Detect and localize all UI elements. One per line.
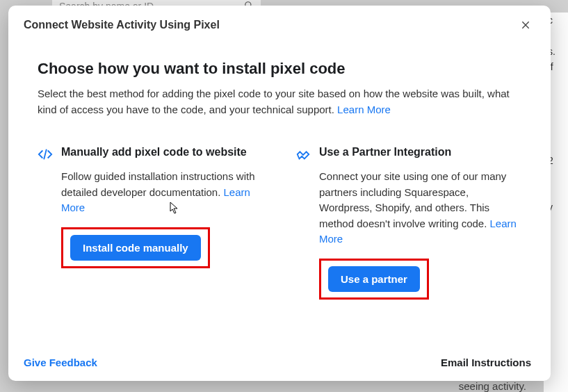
close-icon xyxy=(520,19,531,31)
email-instructions-button[interactable]: Email Instructions xyxy=(441,357,531,368)
learn-more-link-main[interactable]: Learn More xyxy=(337,104,391,115)
install-manually-button[interactable]: Install code manually xyxy=(70,235,201,261)
svg-line-4 xyxy=(44,149,47,160)
option-manual-desc: Follow guided installation instructions … xyxy=(61,169,263,216)
option-partner-header: Use a Partner Integration xyxy=(295,145,521,162)
option-manual-header: Manually add pixel code to website xyxy=(38,145,263,162)
give-feedback-link[interactable]: Give Feedback xyxy=(24,357,97,368)
close-button[interactable] xyxy=(516,15,535,35)
modal-body: Choose how you want to install pixel cod… xyxy=(8,39,551,347)
modal-title: Connect Website Activity Using Pixel xyxy=(24,19,220,31)
page-heading: Choose how you want to install pixel cod… xyxy=(38,60,521,78)
option-partner-desc-text: Connect your site using one of our many … xyxy=(319,170,506,229)
handshake-icon xyxy=(295,147,311,162)
page-subtext: Select the best method for adding the pi… xyxy=(38,86,521,117)
modal-footer: Give Feedback Email Instructions xyxy=(8,347,551,381)
modal-header: Connect Website Activity Using Pixel xyxy=(8,6,551,39)
install-options: Manually add pixel code to website Follo… xyxy=(38,145,521,300)
option-partner-title: Use a Partner Integration xyxy=(319,145,451,160)
code-icon xyxy=(38,147,53,162)
install-pixel-modal: Connect Website Activity Using Pixel Cho… xyxy=(8,6,551,381)
option-manual-highlight: Install code manually xyxy=(61,227,210,268)
option-partner-highlight: Use a partner xyxy=(319,259,429,300)
option-manual-title: Manually add pixel code to website xyxy=(61,145,247,160)
option-manual: Manually add pixel code to website Follo… xyxy=(38,145,263,300)
background-text: seeing activity. xyxy=(459,380,526,392)
option-partner-desc: Connect your site using one of our many … xyxy=(319,169,521,247)
subtext-text: Select the best method for adding the pi… xyxy=(38,88,510,115)
use-partner-button[interactable]: Use a partner xyxy=(328,266,420,292)
option-partner: Use a Partner Integration Connect your s… xyxy=(295,145,521,300)
